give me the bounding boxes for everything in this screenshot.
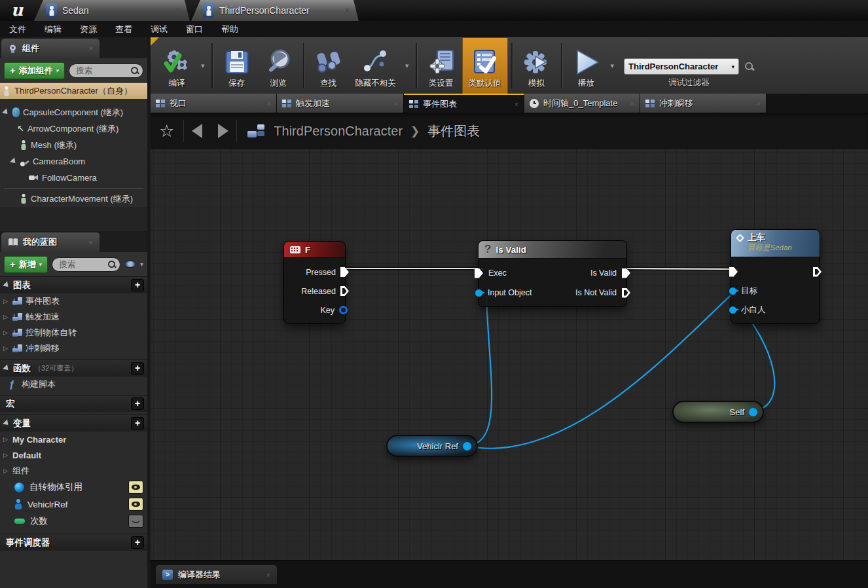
add-function-button[interactable]: +: [131, 362, 144, 375]
menu-asset[interactable]: 资源: [80, 24, 97, 35]
expander-collapsed-icon[interactable]: ▷: [3, 298, 9, 304]
class-defaults-button[interactable]: 类默认值: [462, 38, 508, 94]
doc-tab-accelerate[interactable]: 触发加速 ×: [277, 94, 404, 113]
close-icon[interactable]: ×: [89, 45, 93, 52]
variable-visibility-toggle-on[interactable]: [128, 498, 143, 511]
close-icon[interactable]: ×: [267, 100, 271, 107]
expander-expanded-icon[interactable]: [2, 108, 10, 116]
components-search-input[interactable]: [76, 66, 130, 75]
tab-compiler-results[interactable]: > 编译器结果 ×: [156, 565, 277, 584]
chevron-down-icon[interactable]: ▾: [198, 62, 208, 70]
simulate-button[interactable]: 模拟: [516, 38, 558, 94]
visibility-filter-eye-icon[interactable]: [124, 261, 136, 268]
expander-expanded-icon[interactable]: [3, 281, 10, 289]
tab-my-blueprint[interactable]: 我的蓝图 ×: [1, 232, 99, 252]
debug-search-icon[interactable]: [744, 62, 754, 71]
object-pin-connected[interactable]: [729, 287, 736, 295]
graph-item-rotate-object[interactable]: ▷ 控制物体自转: [0, 325, 147, 340]
close-icon[interactable]: ×: [266, 571, 270, 579]
add-new-button[interactable]: + 新增 ▾: [4, 256, 48, 273]
doc-tab-timeline[interactable]: 时间轴_0_Template ×: [524, 94, 640, 113]
section-event-dispatchers[interactable]: 事件调度器 +: [0, 534, 147, 551]
breadcrumb-root[interactable]: ThirdPersonCharacter: [274, 124, 403, 139]
asset-tab-thirdpersoncharacter[interactable]: ThirdPersonCharacter ×: [191, 0, 359, 21]
expander-collapsed-icon[interactable]: ▷: [3, 345, 9, 352]
expander-expanded-icon[interactable]: [3, 419, 10, 427]
node-self[interactable]: Self: [672, 401, 764, 423]
close-icon[interactable]: ×: [394, 100, 398, 107]
add-component-button[interactable]: + 添加组件 ▾: [4, 62, 65, 79]
variable-row-vehiclrref[interactable]: VehiclrRef: [0, 496, 147, 513]
component-row-arrow[interactable]: ↖ ArrowComponent (继承): [0, 120, 147, 137]
myblueprint-search-input[interactable]: [59, 260, 107, 269]
node-vehiclr-ref[interactable]: Vehiclr Ref: [386, 435, 478, 457]
save-button[interactable]: 保存: [216, 38, 258, 94]
breadcrumb-current[interactable]: 事件图表: [427, 122, 480, 140]
node-board-vehicle[interactable]: 上车 目标是Sedan 目标 小白人: [731, 229, 820, 324]
expander-expanded-icon[interactable]: [3, 364, 10, 372]
chevron-down-icon[interactable]: ▾: [140, 261, 143, 268]
asset-tab-sedan[interactable]: Sedan ×: [34, 0, 190, 21]
wire-exec-isvalid-to-board[interactable]: [618, 268, 738, 269]
wire-data-vehiclref-to-inputobject[interactable]: [466, 289, 492, 446]
expander-collapsed-icon[interactable]: ▷: [3, 468, 9, 474]
object-pin-connected[interactable]: [475, 289, 482, 297]
close-icon[interactable]: ×: [630, 100, 634, 107]
class-settings-button[interactable]: 类设置: [420, 38, 462, 94]
section-macros[interactable]: 宏 +: [0, 395, 147, 412]
object-pin-connected[interactable]: [729, 306, 736, 314]
variable-category-my-character[interactable]: ▷ My Character: [0, 432, 147, 447]
section-functions[interactable]: 函数 （32可覆盖） +: [0, 359, 147, 377]
doc-tab-viewport[interactable]: 视口 ×: [151, 94, 277, 113]
nav-back-icon[interactable]: [192, 124, 202, 138]
component-row-cameraboom[interactable]: CameraBoom: [0, 153, 147, 170]
nav-forward-icon[interactable]: [218, 124, 228, 138]
exec-pin-connected[interactable]: [729, 267, 738, 277]
wire-data-vehiclref-to-target[interactable]: [466, 288, 738, 449]
expander-collapsed-icon[interactable]: ▷: [3, 329, 9, 336]
add-dispatcher-button[interactable]: +: [131, 536, 144, 549]
section-graphs[interactable]: 图表 +: [0, 276, 147, 293]
component-row-root-selected[interactable]: ThirdPersonCharacter（自身）: [0, 83, 147, 99]
menu-edit[interactable]: 编辑: [45, 24, 62, 35]
component-row-mesh[interactable]: Mesh (继承): [0, 137, 147, 153]
close-icon[interactable]: ×: [757, 100, 761, 107]
bookmark-star-icon[interactable]: ☆: [151, 121, 183, 141]
myblueprint-searchbox[interactable]: [52, 257, 120, 272]
menu-help[interactable]: 帮助: [221, 24, 238, 35]
close-icon[interactable]: ×: [515, 100, 518, 108]
find-button[interactable]: 查找: [308, 38, 350, 94]
node-input-key-f[interactable]: F Pressed Released Key: [283, 241, 346, 324]
variable-visibility-toggle-off[interactable]: [128, 515, 143, 528]
add-variable-button[interactable]: +: [131, 417, 144, 430]
components-searchbox[interactable]: [69, 64, 143, 78]
variable-row-count[interactable]: 次数: [0, 513, 147, 530]
doc-tab-dash-teleport[interactable]: 冲刺瞬移 ×: [640, 94, 767, 113]
component-row-charactermovement[interactable]: CharacterMovement (继承): [0, 191, 147, 207]
close-icon[interactable]: ×: [89, 238, 93, 246]
key-struct-pin[interactable]: [339, 306, 348, 314]
menu-debug[interactable]: 调试: [151, 24, 168, 35]
object-pin-connected[interactable]: [749, 408, 757, 416]
expander-collapsed-icon[interactable]: ▷: [3, 314, 9, 320]
debug-object-dropdown[interactable]: ThirdPersonCharacter ▾: [624, 58, 739, 75]
object-pin-connected[interactable]: [463, 442, 471, 450]
menu-window[interactable]: 窗口: [186, 24, 203, 35]
variable-category-components[interactable]: ▷ 组件: [0, 463, 147, 479]
close-icon[interactable]: ×: [176, 6, 181, 15]
component-row-followcamera[interactable]: FollowCamera: [0, 170, 147, 186]
graph-item-eventgraph[interactable]: ▷ 事件图表: [0, 293, 147, 309]
hide-unrelated-button[interactable]: 隐藏不相关: [350, 38, 403, 94]
chevron-down-icon[interactable]: ▾: [607, 62, 618, 70]
event-graph-canvas[interactable]: F Pressed Released Key ? Is Valid Exec: [151, 149, 868, 560]
exec-pin-connected[interactable]: [475, 268, 483, 278]
expander-collapsed-icon[interactable]: ▷: [3, 436, 9, 443]
menu-view[interactable]: 查看: [115, 24, 132, 35]
graph-item-accelerate[interactable]: ▷ 触发加速: [0, 309, 147, 325]
expander-expanded-icon[interactable]: [10, 157, 18, 165]
doc-tab-eventgraph-active[interactable]: 事件图表 ×: [404, 94, 524, 113]
variable-visibility-toggle-on[interactable]: [128, 481, 143, 494]
compile-button[interactable]: 编译: [156, 38, 198, 94]
variable-row-rotating-object-ref[interactable]: 自转物体引用: [0, 479, 147, 496]
browse-button[interactable]: 浏览: [258, 38, 300, 94]
